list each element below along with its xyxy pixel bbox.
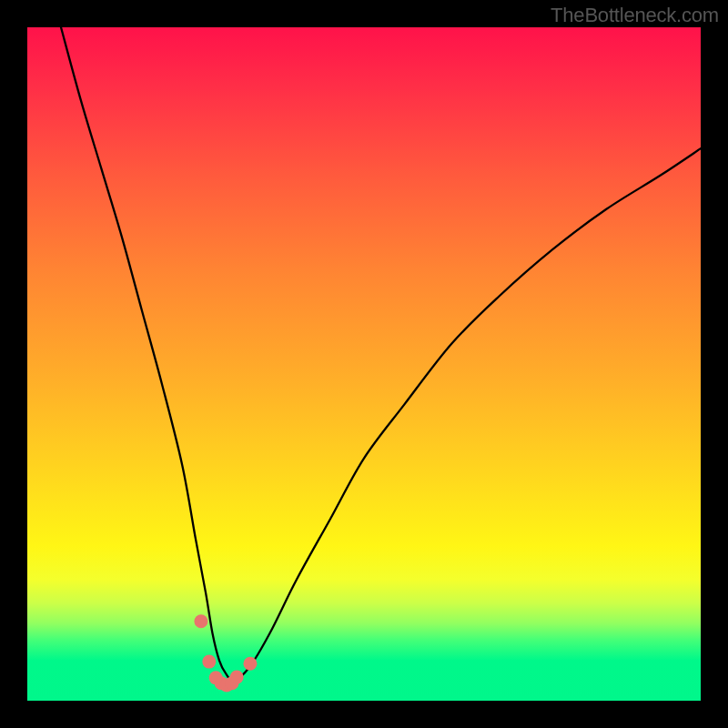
curve-svg [27, 27, 701, 701]
marker-dot [194, 614, 207, 628]
marker-dot [243, 657, 257, 671]
highlight-markers [194, 614, 257, 692]
watermark-text: TheBottleneck.com [551, 4, 719, 27]
marker-dot [202, 655, 216, 669]
chart-container: TheBottleneck.com [0, 0, 728, 728]
plot-area [27, 27, 701, 701]
bottleneck-curve-path [61, 27, 701, 681]
marker-dot [230, 671, 244, 684]
